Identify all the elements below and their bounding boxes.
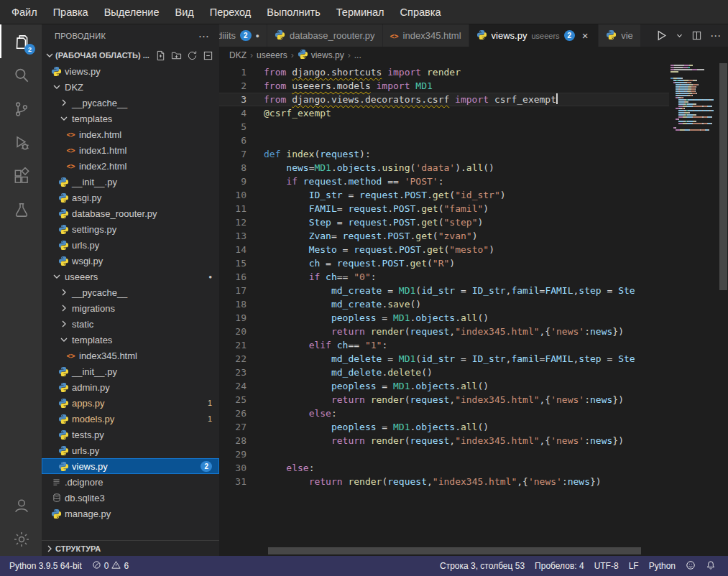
account-icon[interactable] (0, 488, 42, 522)
indentation[interactable]: Пробелов: 4 (530, 556, 589, 576)
line-number[interactable]: 14 (219, 243, 264, 256)
tree-item-__init__.py[interactable]: __init__.py (42, 363, 219, 379)
breadcrumb-item-useeers[interactable]: useeers (257, 50, 287, 60)
workspace-section-header[interactable]: (РАБОЧАЯ ОБЛАСТЬ) ... (42, 47, 219, 63)
language-mode[interactable]: Python (644, 556, 681, 576)
line-number[interactable]: 26 (219, 407, 264, 420)
code-line[interactable]: 27 peopless = MD1.objects.all() (219, 420, 669, 434)
line-number[interactable]: 31 (219, 475, 264, 488)
menu-item-2[interactable]: Правка (46, 4, 96, 21)
line-number[interactable]: 2 (219, 79, 264, 93)
line-number[interactable]: 6 (219, 134, 264, 147)
code-line[interactable]: 14 Mesto = request.POST.get("mesto") (219, 243, 669, 256)
tab-views.py[interactable]: views.pyuseeers2× (469, 24, 599, 47)
run-button[interactable] (655, 29, 668, 42)
line-number[interactable]: 27 (219, 420, 264, 434)
code-line[interactable]: 24 peopless = MD1.objects.all() (219, 379, 669, 393)
tree-item-__init__.py[interactable]: __init__.py (42, 174, 219, 190)
eol[interactable]: LF (624, 556, 644, 576)
code-line[interactable]: 11 FAMIL= request.POST.get("famil") (219, 202, 669, 215)
search-icon[interactable] (0, 58, 42, 92)
line-number[interactable]: 11 (219, 202, 264, 215)
tree-item-templates[interactable]: templates (42, 111, 219, 126)
tree-item-admin.py[interactable]: admin.py (42, 379, 219, 395)
tree-item-index345.html[interactable]: <>index345.html (42, 348, 219, 363)
breadcrumb-item-DKZ[interactable]: DKZ (229, 50, 246, 60)
code-line[interactable]: 15 ch = request.POST.get("R") (219, 256, 669, 270)
line-number[interactable]: 28 (219, 434, 264, 447)
source-control-icon[interactable] (0, 92, 42, 126)
tree-item-urls.py[interactable]: urls.py (42, 237, 219, 253)
settings-icon[interactable] (0, 522, 42, 556)
tab-vie[interactable]: vie (599, 24, 641, 47)
line-number[interactable]: 4 (219, 106, 264, 120)
explorer-icon[interactable]: 2 (0, 24, 42, 58)
tree-item-apps.py[interactable]: apps.py1 (42, 395, 219, 411)
line-number[interactable]: 23 (219, 366, 264, 379)
run-debug-icon[interactable] (0, 126, 42, 159)
code-area[interactable]: 1from django.shortcuts import render2fro… (219, 63, 669, 546)
tree-item-manage.py[interactable]: manage.py (42, 506, 219, 521)
tree-item-wsgi.py[interactable]: wsgi.py (42, 253, 219, 269)
line-number[interactable]: 22 (219, 352, 264, 366)
code-line[interactable]: 31 return render(request,"index345.html"… (219, 475, 669, 488)
menu-item-3[interactable]: Выделение (97, 4, 167, 21)
code-line[interactable]: 25 return render(request,"index345.html"… (219, 393, 669, 407)
run-dropdown-button[interactable] (676, 32, 683, 40)
extensions-icon[interactable] (0, 159, 42, 193)
code-line[interactable]: 6 (219, 134, 669, 147)
code-line[interactable]: 28 return render(request,"index345.html"… (219, 434, 669, 447)
line-number[interactable]: 24 (219, 379, 264, 393)
tree-item-index.html[interactable]: <>index.html (42, 126, 219, 142)
outline-section-header[interactable]: СТРУКТУРА (42, 540, 219, 556)
line-number[interactable]: 21 (219, 338, 264, 352)
python-version[interactable]: Python 3.9.5 64-bit (4, 556, 87, 576)
code-line[interactable]: 4@csrf_exempt (219, 106, 669, 120)
breadcrumb-item-views.py[interactable]: views.py (298, 49, 344, 62)
code-line[interactable]: 10 ID_str = request.POST.get("id_str") (219, 188, 669, 202)
tab-diiits[interactable]: diiits2● (219, 24, 267, 47)
breadcrumb-item-...[interactable]: ... (354, 50, 361, 60)
tree-item-views.py[interactable]: views.py (42, 63, 219, 79)
line-number[interactable]: 5 (219, 120, 264, 134)
explorer-more-icon[interactable]: ⋯ (198, 31, 209, 42)
tree-item-DKZ[interactable]: DKZ (42, 79, 219, 95)
menu-item-6[interactable]: Выполнить (259, 4, 327, 21)
code-line[interactable]: 13 Zvan= request.POST.get("zvan") (219, 229, 669, 243)
tree-item-index2.html[interactable]: <>index2.html (42, 158, 219, 174)
tree-item-tests.py[interactable]: tests.py (42, 427, 219, 442)
tree-item-views.py[interactable]: views.py2 (42, 458, 219, 474)
tab-index345.html[interactable]: <>index345.html (383, 24, 469, 47)
problems[interactable]: 06 (87, 556, 134, 576)
cursor-position[interactable]: Строка 3, столбец 53 (435, 556, 530, 576)
code-line[interactable]: 22 md_delete = MD1(id_str = ID_str,famil… (219, 352, 669, 366)
code-line[interactable]: 26 else: (219, 407, 669, 420)
line-number[interactable]: 18 (219, 297, 264, 311)
code-line[interactable]: 9 if request.method == 'POST': (219, 175, 669, 188)
code-line[interactable]: 19 peopless = MD1.objects.all() (219, 311, 669, 325)
code-line[interactable]: 29 (219, 447, 669, 461)
horizontal-scrollbar-thumb[interactable] (268, 547, 641, 554)
line-number[interactable]: 19 (219, 311, 264, 325)
line-number[interactable]: 9 (219, 175, 264, 188)
code-line[interactable]: 21 elif ch== "1": (219, 338, 669, 352)
new-file-icon[interactable] (155, 50, 166, 61)
menu-item-8[interactable]: Справка (393, 4, 448, 21)
line-number[interactable]: 25 (219, 393, 264, 407)
menu-item-4[interactable]: Вид (167, 4, 201, 21)
code-line[interactable]: 12 Step = request.POST.get("step") (219, 215, 669, 229)
tree-item-useeers[interactable]: useeers● (42, 269, 219, 284)
menu-item-7[interactable]: Терминал (329, 4, 392, 21)
notifications[interactable] (701, 556, 721, 576)
code-line[interactable]: 2from useeers.models import MD1 (219, 79, 669, 93)
feedback[interactable] (681, 556, 701, 576)
tree-item-urls.py[interactable]: urls.py (42, 442, 219, 458)
tree-item-database_roouter.py[interactable]: database_roouter.py (42, 205, 219, 221)
refresh-icon[interactable] (187, 50, 198, 61)
close-icon[interactable]: × (579, 29, 591, 42)
line-number[interactable]: 3 (219, 93, 264, 106)
vertical-scrollbar-thumb[interactable] (719, 63, 727, 290)
horizontal-scrollbar[interactable] (264, 547, 669, 554)
line-number[interactable]: 7 (219, 147, 264, 161)
code-line[interactable]: 5 (219, 120, 669, 134)
